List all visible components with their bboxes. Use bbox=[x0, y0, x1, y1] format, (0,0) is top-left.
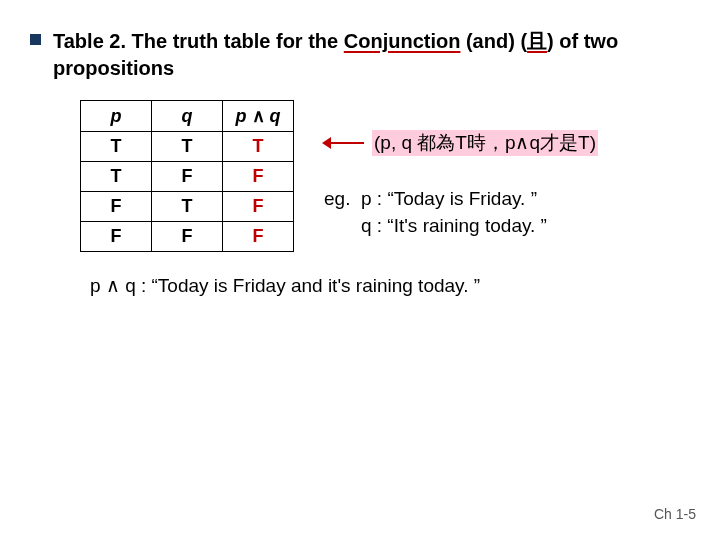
title-keyword-and-cjk: 且 bbox=[527, 30, 547, 52]
result-cell: T bbox=[223, 132, 294, 162]
wedge-icon: ∧ bbox=[515, 132, 529, 153]
eg-label: eg. bbox=[324, 188, 350, 209]
wedge-icon: ∧ bbox=[252, 106, 265, 126]
bullet-icon bbox=[30, 34, 41, 45]
arrow-left-icon bbox=[324, 136, 364, 150]
example-block: eg. p : “Today is Friday. ” q : “It's ra… bbox=[324, 186, 598, 239]
title-keyword-conjunction: Conjunction bbox=[344, 30, 461, 52]
table-row: F T F bbox=[81, 192, 294, 222]
eg-q: q : “It's raining today. ” bbox=[361, 215, 547, 236]
title-row: Table 2. The truth table for the Conjunc… bbox=[30, 28, 690, 82]
col-p: p bbox=[81, 101, 152, 132]
wedge-icon: ∧ bbox=[106, 275, 120, 296]
table-row: T F F bbox=[81, 162, 294, 192]
slide-number: Ch 1-5 bbox=[654, 506, 696, 522]
condition-note: (p, q 都為T時，p∧q才是T) bbox=[324, 130, 598, 156]
table-header-row: p q p ∧ q bbox=[81, 101, 294, 132]
slide: Table 2. The truth table for the Conjunc… bbox=[0, 0, 720, 540]
highlighted-note: (p, q 都為T時，p∧q才是T) bbox=[372, 130, 598, 156]
eg-p: p : “Today is Friday. ” bbox=[361, 188, 537, 209]
title-lead: Table 2. The truth table for the bbox=[53, 30, 344, 52]
combined-sentence: p ∧ q : “Today is Friday and it's rainin… bbox=[90, 274, 690, 297]
result-cell: F bbox=[223, 192, 294, 222]
col-pandq: p ∧ q bbox=[223, 101, 294, 132]
content-row: p q p ∧ q T T T T F F F T F bbox=[80, 100, 690, 252]
annotations: (p, q 都為T時，p∧q才是T) eg. p : “Today is Fri… bbox=[324, 100, 598, 252]
result-cell: F bbox=[223, 162, 294, 192]
col-q: q bbox=[152, 101, 223, 132]
truth-table: p q p ∧ q T T T T F F F T F bbox=[80, 100, 294, 252]
result-cell: F bbox=[223, 222, 294, 252]
title-mid: (and) ( bbox=[460, 30, 527, 52]
slide-title: Table 2. The truth table for the Conjunc… bbox=[53, 28, 690, 82]
table-row: T T T bbox=[81, 132, 294, 162]
table-row: F F F bbox=[81, 222, 294, 252]
